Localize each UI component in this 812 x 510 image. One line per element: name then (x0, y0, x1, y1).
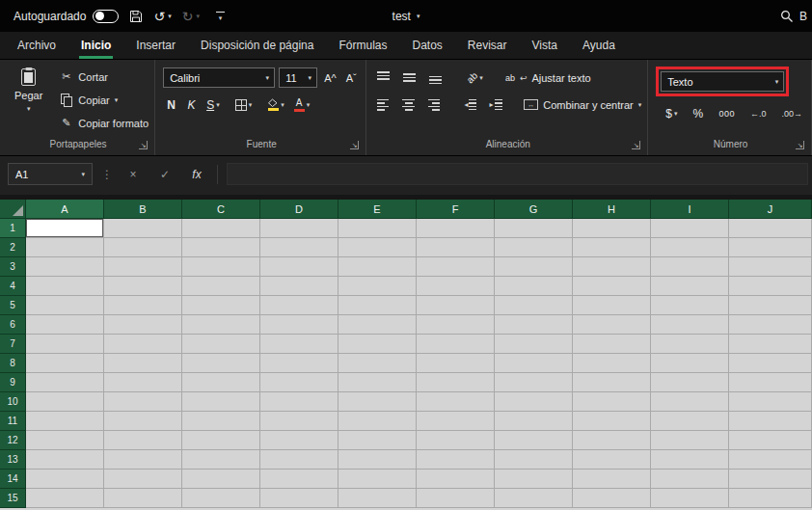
cell-D8[interactable] (260, 354, 338, 373)
cell-H10[interactable] (573, 392, 651, 412)
cell-A14[interactable] (26, 470, 104, 489)
comma-style-button[interactable]: 000 (716, 104, 738, 122)
decrease-font-button[interactable]: Aˇ (343, 68, 360, 87)
cell-I3[interactable] (651, 257, 729, 277)
cell-E3[interactable] (338, 257, 417, 277)
cell-I4[interactable] (651, 277, 729, 296)
cell-J12[interactable] (729, 431, 812, 450)
column-header-g[interactable]: G (495, 200, 573, 219)
cell-I2[interactable] (651, 238, 729, 257)
cell-I1[interactable] (651, 219, 729, 238)
enter-button[interactable]: ✓ (153, 168, 176, 181)
cell-B11[interactable] (104, 412, 182, 431)
cell-A5[interactable] (26, 296, 104, 315)
cell-G9[interactable] (495, 373, 573, 392)
cell-I10[interactable] (651, 392, 729, 412)
cell-C4[interactable] (182, 277, 260, 296)
column-header-i[interactable]: I (651, 200, 729, 219)
cell-F1[interactable] (417, 219, 495, 238)
customize-quick-access-button[interactable]: ▾ (216, 12, 225, 21)
cell-E12[interactable] (338, 431, 417, 450)
accounting-format-button[interactable]: $ ▾ (663, 104, 680, 122)
row-header-8[interactable]: 8 (0, 354, 26, 373)
tab-revisar[interactable]: Revisar (455, 32, 520, 59)
cell-F8[interactable] (417, 354, 495, 373)
cell-D7[interactable] (260, 335, 338, 354)
cell-C10[interactable] (182, 392, 260, 412)
increase-decimal-button[interactable]: ←.0 (747, 104, 770, 122)
row-header-4[interactable]: 4 (0, 277, 26, 296)
cell-B2[interactable] (104, 238, 182, 257)
cell-A12[interactable] (26, 431, 104, 450)
cell-D1[interactable] (260, 219, 338, 238)
tab-vista[interactable]: Vista (520, 32, 570, 59)
cell-H13[interactable] (573, 450, 651, 470)
increase-font-button[interactable]: A^ (321, 68, 339, 87)
font-size-dropdown[interactable]: 11 ▾ (279, 67, 317, 88)
cell-H4[interactable] (573, 277, 651, 296)
cell-J11[interactable] (729, 412, 812, 431)
tab-disposicion-de-pagina[interactable]: Disposición de página (188, 32, 326, 59)
column-header-d[interactable]: D (260, 200, 338, 219)
cell-G10[interactable] (495, 392, 573, 412)
cell-A2[interactable] (26, 238, 104, 257)
cell-G13[interactable] (495, 450, 573, 470)
select-all-corner[interactable] (0, 200, 26, 219)
cell-B4[interactable] (104, 277, 182, 296)
cell-D15[interactable] (260, 489, 338, 508)
cell-D9[interactable] (260, 373, 338, 392)
cell-B12[interactable] (104, 431, 182, 450)
cell-I6[interactable] (651, 315, 729, 335)
align-right-button[interactable] (425, 95, 443, 114)
tab-formulas[interactable]: Fórmulas (326, 32, 399, 59)
cell-B3[interactable] (104, 257, 182, 277)
cell-G4[interactable] (495, 277, 573, 296)
cell-D6[interactable] (260, 315, 338, 335)
cell-F15[interactable] (417, 489, 495, 508)
row-header-15[interactable]: 15 (0, 489, 26, 508)
merge-center-button[interactable]: ↔ Combinar y centrar ▾ (524, 99, 641, 111)
cell-F12[interactable] (417, 431, 495, 450)
cell-F4[interactable] (417, 277, 495, 296)
cell-G2[interactable] (495, 238, 573, 257)
cell-G8[interactable] (495, 354, 573, 373)
column-header-e[interactable]: E (338, 200, 417, 219)
cell-A1[interactable] (26, 219, 104, 238)
dialog-launcher-portapapeles[interactable]: ↘ (139, 141, 148, 149)
row-header-6[interactable]: 6 (0, 315, 26, 335)
cell-C3[interactable] (182, 257, 260, 277)
cell-J15[interactable] (729, 489, 812, 508)
cell-I9[interactable] (651, 373, 729, 392)
cell-J2[interactable] (729, 238, 812, 257)
cell-J7[interactable] (729, 335, 812, 354)
cell-A3[interactable] (26, 257, 104, 277)
row-header-5[interactable]: 5 (0, 296, 26, 315)
cell-J1[interactable] (729, 219, 812, 238)
cell-G11[interactable] (495, 412, 573, 431)
cell-J3[interactable] (729, 257, 812, 277)
increase-indent-button[interactable]: ▸ (487, 95, 504, 114)
cell-C15[interactable] (182, 489, 260, 508)
cell-H5[interactable] (573, 296, 651, 315)
italic-button[interactable]: K (183, 95, 200, 114)
cell-J14[interactable] (729, 470, 812, 489)
cell-F9[interactable] (417, 373, 495, 392)
cell-A9[interactable] (26, 373, 104, 392)
cell-G15[interactable] (495, 489, 573, 508)
cell-I5[interactable] (651, 296, 729, 315)
cell-E11[interactable] (338, 412, 417, 431)
decrease-indent-button[interactable]: ◂ (462, 95, 479, 114)
cell-H11[interactable] (573, 412, 651, 431)
cell-C7[interactable] (182, 335, 260, 354)
document-title[interactable]: test ▾ (392, 0, 420, 32)
cell-J10[interactable] (729, 392, 812, 412)
save-button[interactable] (129, 10, 143, 23)
cell-A15[interactable] (26, 489, 104, 508)
cell-F14[interactable] (417, 470, 495, 489)
cell-C5[interactable] (182, 296, 260, 315)
cell-A10[interactable] (26, 392, 104, 412)
cell-J5[interactable] (729, 296, 812, 315)
cell-D3[interactable] (260, 257, 338, 277)
cell-E8[interactable] (338, 354, 417, 373)
dialog-launcher-fuente[interactable]: ↘ (350, 141, 359, 149)
